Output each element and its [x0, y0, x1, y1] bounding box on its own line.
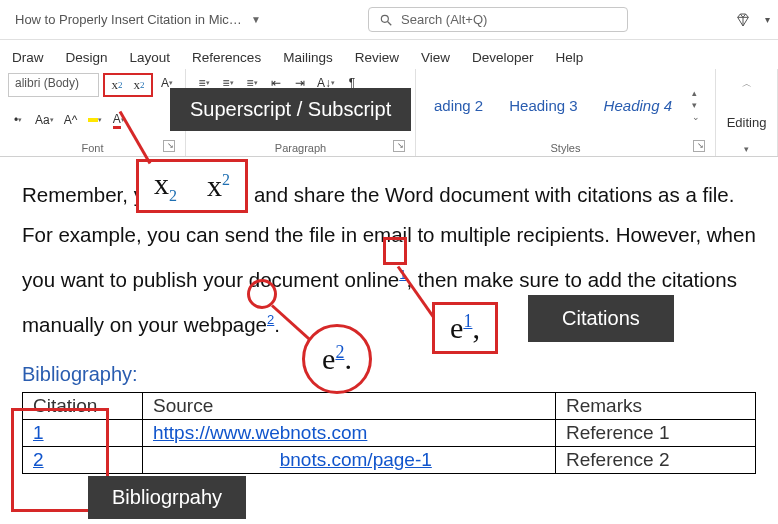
- numbering-button[interactable]: ≡: [218, 73, 238, 93]
- font-dialog-launcher-icon[interactable]: [163, 140, 175, 152]
- bullet-dropdown[interactable]: •: [8, 110, 28, 130]
- tab-view[interactable]: View: [419, 46, 452, 69]
- document-canvas[interactable]: Remember, yand share the Word document w…: [0, 157, 778, 492]
- bib-remarks-1: Reference 1: [556, 419, 756, 446]
- bullets-button[interactable]: ≡: [194, 73, 214, 93]
- bibliography-heading: Bibliography:: [22, 363, 756, 386]
- superscript-button[interactable]: x2: [129, 75, 149, 95]
- styles-dialog-launcher-icon[interactable]: [693, 140, 705, 152]
- ribbon-group-paragraph: ≡ ≡ ≡ ⇤ ⇥ A↓ ¶ ≡ ≡ ≡ ≡ ↕ ◫ ▦ Paragraph: [186, 69, 416, 156]
- document-title[interactable]: How to Properly Insert Citation in Micro…: [8, 9, 268, 30]
- sub-sup-highlight: x2 x2: [103, 73, 153, 97]
- line-spacing-button[interactable]: ↕: [290, 108, 310, 128]
- style-heading4[interactable]: Heading 4: [594, 93, 682, 118]
- ribbon-group-styles: ading 2 Heading 3 Heading 4 ▴▾⌄ Styles: [416, 69, 716, 156]
- chevron-down-icon[interactable]: ▼: [251, 14, 261, 25]
- chevron-down-icon[interactable]: ▾: [765, 14, 770, 25]
- search-placeholder: Search (Alt+Q): [401, 12, 487, 27]
- table-row: 1 https://www.webnots.com Reference 1: [23, 419, 756, 446]
- bibliography-table: Citation Source Remarks 1 https://www.we…: [22, 392, 756, 474]
- font-grow-button[interactable]: A^: [61, 110, 81, 130]
- col-citation: Citation: [23, 392, 143, 419]
- editing-label: Editing: [724, 115, 769, 130]
- paragraph-dialog-launcher-icon[interactable]: [393, 140, 405, 152]
- sort-button[interactable]: A↓: [314, 73, 338, 93]
- highlight-dropdown[interactable]: [85, 110, 105, 130]
- styles-gallery-scroll[interactable]: ▴▾⌄: [692, 88, 700, 122]
- tab-draw[interactable]: Draw: [10, 46, 46, 69]
- increase-indent-button[interactable]: ⇥: [290, 73, 310, 93]
- tab-review[interactable]: Review: [353, 46, 401, 69]
- bib-remarks-2: Reference 2: [556, 446, 756, 473]
- bib-cite-1[interactable]: 1: [33, 422, 44, 443]
- ribbon-tabs: Draw Design Layout References Mailings R…: [0, 40, 778, 69]
- col-remarks: Remarks: [556, 392, 756, 419]
- font-name-select[interactable]: alibri (Body): [8, 73, 99, 97]
- multilevel-button[interactable]: ≡: [242, 73, 262, 93]
- svg-line-1: [388, 21, 392, 25]
- paragraph-group-label: Paragraph: [194, 140, 407, 154]
- bib-cite-2[interactable]: 2: [33, 449, 44, 470]
- ribbon: alibri (Body) x2 x2 A • Aa A^ A Font ≡ ≡: [0, 69, 778, 157]
- align-left-button[interactable]: ≡: [194, 108, 214, 128]
- premium-diamond-icon[interactable]: [735, 12, 751, 28]
- align-center-button[interactable]: ≡: [218, 108, 238, 128]
- style-heading3[interactable]: Heading 3: [499, 93, 587, 118]
- collapse-ribbon-icon[interactable]: ︿: [724, 77, 769, 91]
- shading-button[interactable]: ◫: [314, 108, 335, 128]
- show-marks-button[interactable]: ¶: [342, 73, 362, 93]
- style-heading2[interactable]: ading 2: [424, 93, 493, 118]
- case-dropdown[interactable]: Aa: [32, 110, 57, 130]
- col-source: Source: [143, 392, 556, 419]
- borders-button[interactable]: ▦: [339, 108, 360, 128]
- ribbon-group-editing[interactable]: ︿ Editing ▾: [716, 69, 778, 156]
- styles-group-label: Styles: [424, 140, 707, 154]
- tab-references[interactable]: References: [190, 46, 263, 69]
- svg-point-0: [381, 15, 388, 22]
- table-header-row: Citation Source Remarks: [23, 392, 756, 419]
- clear-formatting-button[interactable]: A: [157, 73, 177, 93]
- subscript-button[interactable]: x2: [107, 75, 127, 95]
- tab-design[interactable]: Design: [64, 46, 110, 69]
- ribbon-group-font: alibri (Body) x2 x2 A • Aa A^ A Font: [0, 69, 186, 156]
- tab-mailings[interactable]: Mailings: [281, 46, 335, 69]
- tab-layout[interactable]: Layout: [128, 46, 173, 69]
- font-name-text: alibri (Body): [15, 76, 79, 90]
- title-bar: How to Properly Insert Citation in Micro…: [0, 0, 778, 40]
- tab-developer[interactable]: Developer: [470, 46, 536, 69]
- justify-button[interactable]: ≡: [266, 108, 286, 128]
- document-title-text: How to Properly Insert Citation in Micro…: [15, 12, 245, 27]
- search-input[interactable]: Search (Alt+Q): [368, 7, 628, 32]
- search-icon: [379, 13, 393, 27]
- paragraph-1: Remember, yand share the Word document w…: [22, 175, 756, 345]
- table-row: 2 https://www.webnots.com/page-1 Referen…: [23, 446, 756, 473]
- font-group-label: Font: [8, 140, 177, 154]
- font-color-dropdown[interactable]: A: [109, 110, 129, 130]
- bib-source-2[interactable]: https://www.webnots.com/page-1: [153, 449, 432, 470]
- tab-help[interactable]: Help: [554, 46, 586, 69]
- decrease-indent-button[interactable]: ⇤: [266, 73, 286, 93]
- bib-source-1[interactable]: https://www.webnots.com: [153, 422, 367, 443]
- align-right-button[interactable]: ≡: [242, 108, 262, 128]
